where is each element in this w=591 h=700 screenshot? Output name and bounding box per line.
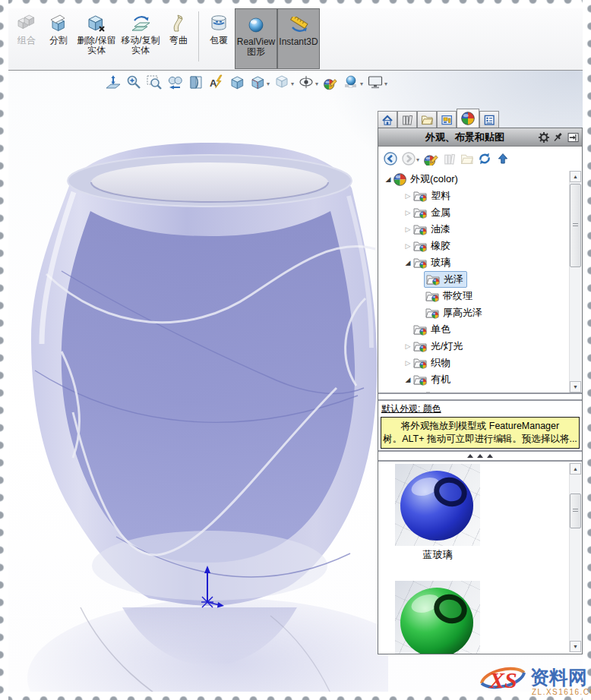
panel-title-bar: 外观、布景和贴图 <box>378 128 582 147</box>
tab-home[interactable] <box>378 111 397 128</box>
appearance-folder-icon <box>413 223 427 235</box>
vase-body <box>31 143 377 606</box>
tree-item-label: 带纹理 <box>443 289 472 303</box>
tab-view-palette[interactable] <box>437 111 457 128</box>
split-label: 分割 <box>49 36 68 46</box>
tree-scrollbar[interactable]: ▲ ▼ <box>569 171 581 393</box>
flex-button[interactable]: 弯曲 <box>163 8 194 48</box>
tree-item[interactable]: 外观(color) <box>378 171 582 188</box>
preview-green-glass-thumbnail[interactable] <box>395 581 480 654</box>
green-glass-sphere <box>400 588 473 654</box>
vase-3d-model[interactable] <box>8 71 388 692</box>
expand-arrow-icon[interactable] <box>383 175 393 183</box>
tab-appearances[interactable] <box>457 109 479 128</box>
preview-scroll-thumb[interactable] <box>570 493 581 528</box>
preview-label: 蓝玻璃 <box>395 548 480 562</box>
watermark-logo-text: XS <box>488 667 517 692</box>
tree-item[interactable]: 厚高光泽 <box>378 304 582 321</box>
preview-scrollbar[interactable]: ▲ ▼ <box>569 463 581 652</box>
realview-graphics-button[interactable]: RealView 图形 <box>235 8 277 69</box>
tree-item[interactable]: 油漆 <box>378 221 582 238</box>
tab-design-library[interactable] <box>397 111 417 128</box>
hide-show-items-icon[interactable] <box>273 74 294 92</box>
combine-label: 组合 <box>17 36 36 46</box>
tree-item[interactable]: 塑料 <box>378 188 582 204</box>
up-one-level-icon[interactable] <box>496 152 510 166</box>
split-button[interactable]: 分割 <box>43 8 74 48</box>
appearances-ball-icon <box>461 112 475 125</box>
refresh-icon[interactable] <box>478 152 491 166</box>
tree-item-partial <box>378 388 582 393</box>
expand-arrow-icon[interactable] <box>403 209 413 216</box>
pin-icon[interactable] <box>552 131 564 143</box>
tree-item[interactable]: 织物 <box>378 355 582 371</box>
zoom-to-fit-icon[interactable] <box>105 74 122 92</box>
delete-keep-body-button[interactable]: 删除/保留实体 <box>74 8 119 58</box>
display-style-icon[interactable] <box>249 74 270 92</box>
tree-item-selected[interactable]: 光泽 <box>378 271 582 288</box>
tree-item[interactable]: 有机 <box>378 371 582 388</box>
tree-item[interactable]: 光/灯光 <box>378 338 582 355</box>
move-copy-body-label: 移动/复制实体 <box>121 36 160 55</box>
splitter-arrow-icon <box>467 454 473 458</box>
instant3d-button[interactable]: Instant3D <box>277 8 320 69</box>
combine-button: 组合 <box>11 8 43 48</box>
tab-file-explorer[interactable] <box>417 111 437 128</box>
zoom-in-out-icon[interactable] <box>125 74 142 92</box>
delete-keep-body-icon <box>87 14 106 33</box>
scroll-up-icon[interactable]: ▲ <box>570 463 581 475</box>
tree-item[interactable]: 带纹理 <box>378 288 582 304</box>
annotation-view-icon[interactable]: A <box>208 74 225 92</box>
forward-dropdown[interactable] <box>402 152 419 166</box>
apply-scene-icon[interactable] <box>343 74 363 92</box>
open-folder-icon <box>460 153 473 166</box>
appearance-folder-icon <box>413 240 427 252</box>
expand-arrow-icon[interactable] <box>403 259 413 266</box>
tree-item-label: 玻璃 <box>431 256 450 270</box>
appearance-folder-icon <box>425 390 439 393</box>
tree-item[interactable]: 金属 <box>378 204 582 221</box>
custom-properties-icon <box>483 114 495 126</box>
view-orientation-icon[interactable] <box>229 74 245 92</box>
wrap-button[interactable]: 包覆 <box>203 8 235 48</box>
previous-view-icon[interactable] <box>166 74 184 92</box>
scroll-up-icon[interactable]: ▲ <box>570 171 581 182</box>
stamp-border-right <box>583 0 591 700</box>
zoom-to-area-icon[interactable] <box>146 74 163 92</box>
stamp-border-left <box>0 0 8 700</box>
view-settings-icon[interactable] <box>298 74 318 92</box>
move-copy-body-button[interactable]: 移动/复制实体 <box>119 8 163 58</box>
edit-appearance-ball-icon[interactable] <box>424 152 438 166</box>
appearance-folder-icon <box>413 207 427 219</box>
tree-item[interactable]: 单色 <box>378 321 582 338</box>
edit-appearance-icon[interactable] <box>322 74 339 92</box>
tree-item[interactable]: 玻璃 <box>378 254 582 271</box>
scroll-down-icon[interactable]: ▼ <box>570 641 581 652</box>
expand-arrow-icon[interactable] <box>403 376 413 383</box>
display-monitor-icon[interactable] <box>367 74 387 92</box>
preview-blue-glass-thumbnail[interactable] <box>395 464 480 546</box>
move-copy-body-icon <box>131 14 150 33</box>
tab-custom-properties[interactable] <box>479 111 499 128</box>
preview-splitter-handle[interactable] <box>378 450 582 462</box>
expand-arrow-icon[interactable] <box>403 342 413 350</box>
wrap-label: 包覆 <box>210 36 228 46</box>
pane-splitter[interactable] <box>378 393 582 401</box>
tree-scroll-thumb[interactable] <box>570 184 581 267</box>
options-gear-icon[interactable] <box>538 131 550 143</box>
expand-arrow-icon[interactable] <box>403 242 413 250</box>
tooltip-line-1: 将外观拖放到模型或 FeatureManager <box>382 420 578 433</box>
delete-keep-body-label: 删除/保留实体 <box>77 36 116 55</box>
expand-arrow-icon[interactable] <box>403 192 413 200</box>
appearances-tree: 外观(color) 塑料 金属 油漆 橡胶 <box>378 171 582 393</box>
appearance-folder-icon <box>413 340 427 352</box>
collapse-pane-icon[interactable] <box>567 131 580 143</box>
back-icon[interactable] <box>384 152 397 166</box>
default-appearance-label: 默认外观: 颜色 <box>378 401 582 415</box>
features-toolbar: 组合 分割 删除/保留实体 移动/复制实体 弯曲 <box>8 8 583 71</box>
section-view-icon[interactable] <box>188 74 204 92</box>
expand-arrow-icon[interactable] <box>403 225 413 233</box>
expand-arrow-icon[interactable] <box>403 359 413 367</box>
scroll-down-icon[interactable]: ▼ <box>570 381 581 393</box>
tree-item[interactable]: 橡胶 <box>378 238 582 254</box>
